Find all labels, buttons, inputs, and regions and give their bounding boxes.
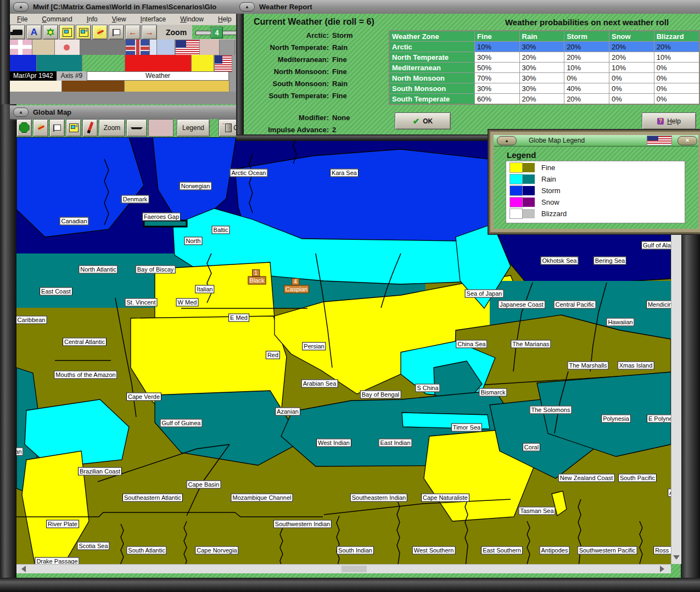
menu-interface[interactable]: Interface [133,15,173,23]
sea-zone-label[interactable]: The Solomons [530,406,572,414]
table-row[interactable]: North Monsoon70%30%0%0%0% [389,73,699,83]
sea-zone-label[interactable]: Caribbean [16,316,47,324]
color-germany[interactable] [10,55,37,71]
emblem-button[interactable] [220,40,235,55]
sea-zone-label[interactable]: W Med [176,298,199,307]
sea-zone-label[interactable]: Southeastern Indian [350,494,407,502]
sea-zone-label[interactable]: Cape Naturaliste [421,494,469,502]
window-menu-button[interactable]: ▲ [13,108,29,117]
table-row[interactable]: South Monsoon30%30%40%0%0% [389,83,699,94]
menu-file[interactable]: File [10,15,35,23]
sea-zone-label[interactable]: East Indian [378,439,412,447]
sea-zone-label[interactable]: E Polynesia [647,415,671,423]
table-row[interactable]: Mediterranean50%30%10%10%0% [389,63,699,73]
sea-zone-label[interactable]: Bay of Biscay [136,266,176,274]
usa-flag-small[interactable] [214,55,232,72]
sea-zone-label[interactable]: Bay of Bengal [360,391,401,399]
scrollbar-thumb[interactable] [341,566,367,572]
ok-button[interactable]: ✔OK [395,112,451,129]
japan-flag[interactable] [55,40,80,55]
sea-zone-label[interactable]: Central Atlantic [63,338,107,346]
scroll-right-icon[interactable] [660,566,668,572]
sea-zone-label[interactable]: Mozambique Channel [231,494,293,502]
sea-zone-label[interactable]: Caspian [284,285,309,294]
sea-zone-label[interactable]: West Indian [316,439,351,447]
sea-zone-label[interactable]: E Med [228,314,249,322]
sea-zone-label[interactable]: Xmas Island [618,362,654,370]
sea-zone-label[interactable]: Arabian Sea [301,380,338,388]
menu-info[interactable]: Info [80,15,105,23]
close-button[interactable]: ✕ [677,136,697,145]
sea-zone-label[interactable]: Azanian [275,408,300,416]
weather-titlebar[interactable]: ▲ Weather Report [236,0,700,15]
china-flag[interactable] [200,40,220,55]
marker-button[interactable] [82,119,98,137]
color-japan[interactable] [37,55,82,71]
sea-zone-label[interactable]: Scotia Sea [77,542,109,550]
sea-zone-label[interactable]: South Indian [337,546,374,555]
italy-flag[interactable] [32,40,55,55]
map-horizontal-scrollbar[interactable] [16,564,671,573]
menu-help[interactable]: Help [211,15,239,23]
usa-flag[interactable] [175,40,200,56]
sea-zone-label[interactable]: West Southern [412,546,456,555]
sea-zone-label[interactable]: The Marshalls [567,362,608,370]
sea-zone-label[interactable]: Ross Sea [653,546,671,555]
sea-zone-label[interactable]: East Southern [481,546,523,555]
zoom-slider[interactable]: 4 [192,25,243,39]
sea-zone-label[interactable]: Faeroes Gap [142,213,181,221]
menu-window[interactable]: Window [173,15,211,23]
window-menu-button[interactable]: ▲ [239,2,255,12]
color-cream[interactable] [10,81,62,92]
weather-button[interactable]: ☀ [92,25,108,40]
sea-zone-label[interactable]: A [668,489,671,497]
sea-zone-label[interactable]: East Coast [40,287,72,296]
sea-zone-label[interactable]: The Marianas [511,340,551,348]
germany-flag[interactable] [10,40,32,55]
france-flag[interactable] [150,40,157,55]
sea-zone-label[interactable]: Mendicino [646,301,671,309]
ussr-flag[interactable] [157,40,175,55]
window-menu-button[interactable]: ▲ [13,2,29,12]
sea-zone-label[interactable]: Central Pacific [554,301,596,309]
hexagon-button[interactable] [16,119,32,137]
sea-zone-label[interactable]: Southeastern Atlantic [122,494,183,502]
sea-zone-label[interactable]: South Atlantic [126,546,166,555]
sea-zone-label[interactable]: North Atlantic [79,266,117,274]
sea-zone-label[interactable]: Tasman Sea [518,507,555,515]
zoom-thumb[interactable]: 4 [211,27,223,38]
sea-zone-label[interactable]: River Plate [46,520,79,528]
sea-zone-label[interactable]: Cape Verde [126,393,161,401]
table-row[interactable]: North Temperate30%20%20%20%10% [389,52,699,63]
flag-button[interactable] [109,25,124,40]
sea-zone-label[interactable]: Coral [523,443,540,452]
sea-zone-label[interactable]: Bismarck [479,388,507,397]
sea-zone-label[interactable]: Canadian [59,217,88,225]
sea-zone-label[interactable]: St. Vincent [125,298,158,307]
naval-button[interactable] [126,119,147,137]
sea-zone-label[interactable]: South Pacific [618,474,657,482]
next-button[interactable]: → [142,25,157,40]
sea-zone-label[interactable]: Antipodes [540,546,570,555]
table-row[interactable]: Arctic10%30%20%20%20% [389,42,699,52]
sea-zone-label[interactable]: Drake Passage [35,557,79,565]
sea-zone-label[interactable]: Southwestern Pacific [578,546,637,555]
scroll-left-icon[interactable] [18,566,26,572]
main-titlebar[interactable]: ▲ Mwif [C:\Matrix Games\World in Flames\… [10,0,236,15]
sea-zone-label[interactable]: North [184,237,203,245]
sea-zone-label[interactable]: S China [415,384,440,392]
sea-zone-label[interactable]: China Sea [456,340,487,348]
sea-zone-label[interactable]: Kara Sea [330,169,359,177]
sea-zone-label[interactable]: Hawaiian [606,318,634,326]
sea-zone-label[interactable]: Japanese Coast [498,301,545,309]
sea-zone-label[interactable]: Mouths of the Amazon [54,371,117,379]
blank-button[interactable] [148,119,173,137]
menu-view[interactable]: View [105,15,133,23]
sea-zone-label[interactable]: Gulf of Alaska [641,241,671,250]
menu-command[interactable]: Command [35,15,79,23]
blank-flag[interactable] [80,40,126,55]
weather-button[interactable]: ☀ [33,119,48,137]
sea-zone-label[interactable]: Red [266,351,280,359]
calendar-button-1[interactable] [59,25,75,40]
prev-button[interactable]: ← [125,25,141,40]
